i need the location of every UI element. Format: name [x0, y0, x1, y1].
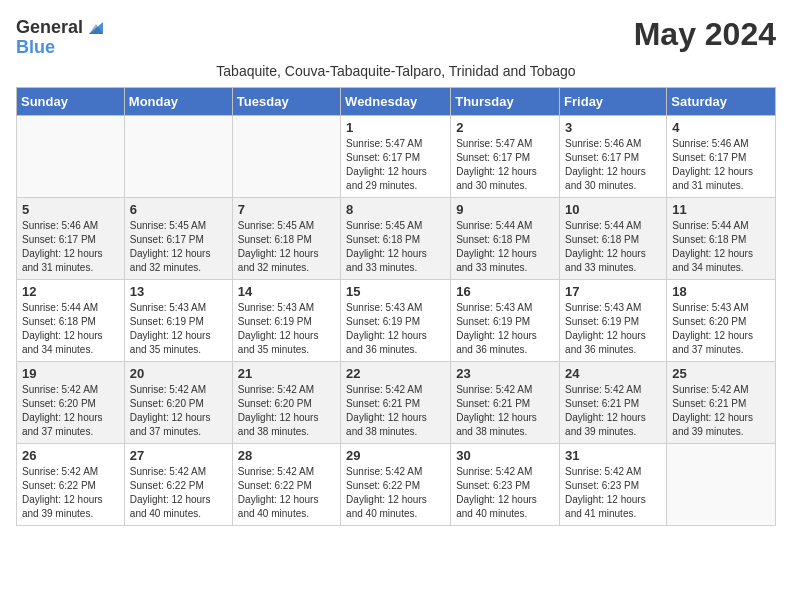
- calendar-cell: 24Sunrise: 5:42 AM Sunset: 6:21 PM Dayli…: [560, 362, 667, 444]
- calendar-cell: 30Sunrise: 5:42 AM Sunset: 6:23 PM Dayli…: [451, 444, 560, 526]
- calendar-cell: 11Sunrise: 5:44 AM Sunset: 6:18 PM Dayli…: [667, 198, 776, 280]
- calendar-cell: 17Sunrise: 5:43 AM Sunset: 6:19 PM Dayli…: [560, 280, 667, 362]
- day-number: 29: [346, 448, 445, 463]
- day-info: Sunrise: 5:43 AM Sunset: 6:19 PM Dayligh…: [130, 301, 227, 357]
- day-info: Sunrise: 5:42 AM Sunset: 6:21 PM Dayligh…: [456, 383, 554, 439]
- day-info: Sunrise: 5:44 AM Sunset: 6:18 PM Dayligh…: [22, 301, 119, 357]
- day-info: Sunrise: 5:42 AM Sunset: 6:20 PM Dayligh…: [22, 383, 119, 439]
- calendar-cell: [667, 444, 776, 526]
- calendar-cell: 28Sunrise: 5:42 AM Sunset: 6:22 PM Dayli…: [232, 444, 340, 526]
- day-info: Sunrise: 5:47 AM Sunset: 6:17 PM Dayligh…: [346, 137, 445, 193]
- day-number: 16: [456, 284, 554, 299]
- day-info: Sunrise: 5:42 AM Sunset: 6:21 PM Dayligh…: [565, 383, 661, 439]
- calendar-cell: 16Sunrise: 5:43 AM Sunset: 6:19 PM Dayli…: [451, 280, 560, 362]
- day-info: Sunrise: 5:44 AM Sunset: 6:18 PM Dayligh…: [456, 219, 554, 275]
- day-number: 30: [456, 448, 554, 463]
- day-header-wednesday: Wednesday: [341, 88, 451, 116]
- day-number: 5: [22, 202, 119, 217]
- day-number: 13: [130, 284, 227, 299]
- calendar-cell: [17, 116, 125, 198]
- day-info: Sunrise: 5:46 AM Sunset: 6:17 PM Dayligh…: [22, 219, 119, 275]
- day-info: Sunrise: 5:43 AM Sunset: 6:19 PM Dayligh…: [565, 301, 661, 357]
- month-title: May 2024: [634, 16, 776, 53]
- day-number: 6: [130, 202, 227, 217]
- day-info: Sunrise: 5:42 AM Sunset: 6:22 PM Dayligh…: [130, 465, 227, 521]
- day-number: 24: [565, 366, 661, 381]
- day-number: 17: [565, 284, 661, 299]
- calendar-cell: [232, 116, 340, 198]
- calendar-cell: 5Sunrise: 5:46 AM Sunset: 6:17 PM Daylig…: [17, 198, 125, 280]
- day-header-tuesday: Tuesday: [232, 88, 340, 116]
- day-number: 15: [346, 284, 445, 299]
- day-number: 12: [22, 284, 119, 299]
- day-header-thursday: Thursday: [451, 88, 560, 116]
- day-number: 26: [22, 448, 119, 463]
- calendar-cell: 6Sunrise: 5:45 AM Sunset: 6:17 PM Daylig…: [124, 198, 232, 280]
- page-header: General Blue May 2024: [16, 16, 776, 57]
- calendar-cell: 26Sunrise: 5:42 AM Sunset: 6:22 PM Dayli…: [17, 444, 125, 526]
- day-info: Sunrise: 5:42 AM Sunset: 6:23 PM Dayligh…: [565, 465, 661, 521]
- calendar-week-1: 1Sunrise: 5:47 AM Sunset: 6:17 PM Daylig…: [17, 116, 776, 198]
- calendar-cell: 4Sunrise: 5:46 AM Sunset: 6:17 PM Daylig…: [667, 116, 776, 198]
- day-number: 4: [672, 120, 770, 135]
- day-info: Sunrise: 5:42 AM Sunset: 6:22 PM Dayligh…: [238, 465, 335, 521]
- calendar-subtitle: Tabaquite, Couva-Tabaquite-Talparo, Trin…: [16, 63, 776, 79]
- calendar-cell: 29Sunrise: 5:42 AM Sunset: 6:22 PM Dayli…: [341, 444, 451, 526]
- calendar-week-5: 26Sunrise: 5:42 AM Sunset: 6:22 PM Dayli…: [17, 444, 776, 526]
- calendar-week-4: 19Sunrise: 5:42 AM Sunset: 6:20 PM Dayli…: [17, 362, 776, 444]
- day-number: 25: [672, 366, 770, 381]
- calendar-cell: 31Sunrise: 5:42 AM Sunset: 6:23 PM Dayli…: [560, 444, 667, 526]
- calendar-header-row: SundayMondayTuesdayWednesdayThursdayFrid…: [17, 88, 776, 116]
- calendar-cell: 10Sunrise: 5:44 AM Sunset: 6:18 PM Dayli…: [560, 198, 667, 280]
- day-info: Sunrise: 5:42 AM Sunset: 6:20 PM Dayligh…: [238, 383, 335, 439]
- calendar-cell: 18Sunrise: 5:43 AM Sunset: 6:20 PM Dayli…: [667, 280, 776, 362]
- day-info: Sunrise: 5:44 AM Sunset: 6:18 PM Dayligh…: [565, 219, 661, 275]
- day-number: 1: [346, 120, 445, 135]
- day-info: Sunrise: 5:42 AM Sunset: 6:21 PM Dayligh…: [346, 383, 445, 439]
- day-info: Sunrise: 5:46 AM Sunset: 6:17 PM Dayligh…: [672, 137, 770, 193]
- day-info: Sunrise: 5:43 AM Sunset: 6:19 PM Dayligh…: [238, 301, 335, 357]
- calendar-cell: 21Sunrise: 5:42 AM Sunset: 6:20 PM Dayli…: [232, 362, 340, 444]
- day-info: Sunrise: 5:43 AM Sunset: 6:20 PM Dayligh…: [672, 301, 770, 357]
- calendar-table: SundayMondayTuesdayWednesdayThursdayFrid…: [16, 87, 776, 526]
- calendar-cell: [124, 116, 232, 198]
- day-info: Sunrise: 5:45 AM Sunset: 6:18 PM Dayligh…: [346, 219, 445, 275]
- calendar-cell: 7Sunrise: 5:45 AM Sunset: 6:18 PM Daylig…: [232, 198, 340, 280]
- day-number: 23: [456, 366, 554, 381]
- calendar-cell: 3Sunrise: 5:46 AM Sunset: 6:17 PM Daylig…: [560, 116, 667, 198]
- logo-blue: Blue: [16, 37, 55, 57]
- day-info: Sunrise: 5:43 AM Sunset: 6:19 PM Dayligh…: [456, 301, 554, 357]
- day-info: Sunrise: 5:42 AM Sunset: 6:22 PM Dayligh…: [22, 465, 119, 521]
- day-info: Sunrise: 5:43 AM Sunset: 6:19 PM Dayligh…: [346, 301, 445, 357]
- day-number: 2: [456, 120, 554, 135]
- calendar-cell: 22Sunrise: 5:42 AM Sunset: 6:21 PM Dayli…: [341, 362, 451, 444]
- calendar-cell: 13Sunrise: 5:43 AM Sunset: 6:19 PM Dayli…: [124, 280, 232, 362]
- calendar-cell: 12Sunrise: 5:44 AM Sunset: 6:18 PM Dayli…: [17, 280, 125, 362]
- day-info: Sunrise: 5:45 AM Sunset: 6:17 PM Dayligh…: [130, 219, 227, 275]
- day-number: 11: [672, 202, 770, 217]
- day-number: 18: [672, 284, 770, 299]
- day-header-saturday: Saturday: [667, 88, 776, 116]
- day-number: 8: [346, 202, 445, 217]
- calendar-cell: 19Sunrise: 5:42 AM Sunset: 6:20 PM Dayli…: [17, 362, 125, 444]
- calendar-cell: 2Sunrise: 5:47 AM Sunset: 6:17 PM Daylig…: [451, 116, 560, 198]
- day-info: Sunrise: 5:42 AM Sunset: 6:20 PM Dayligh…: [130, 383, 227, 439]
- calendar-cell: 1Sunrise: 5:47 AM Sunset: 6:17 PM Daylig…: [341, 116, 451, 198]
- calendar-cell: 25Sunrise: 5:42 AM Sunset: 6:21 PM Dayli…: [667, 362, 776, 444]
- calendar-cell: 23Sunrise: 5:42 AM Sunset: 6:21 PM Dayli…: [451, 362, 560, 444]
- day-number: 31: [565, 448, 661, 463]
- calendar-cell: 27Sunrise: 5:42 AM Sunset: 6:22 PM Dayli…: [124, 444, 232, 526]
- calendar-cell: 8Sunrise: 5:45 AM Sunset: 6:18 PM Daylig…: [341, 198, 451, 280]
- day-header-sunday: Sunday: [17, 88, 125, 116]
- day-number: 9: [456, 202, 554, 217]
- logo-general: General: [16, 18, 83, 36]
- calendar-week-3: 12Sunrise: 5:44 AM Sunset: 6:18 PM Dayli…: [17, 280, 776, 362]
- day-header-friday: Friday: [560, 88, 667, 116]
- day-info: Sunrise: 5:44 AM Sunset: 6:18 PM Dayligh…: [672, 219, 770, 275]
- day-number: 14: [238, 284, 335, 299]
- day-number: 3: [565, 120, 661, 135]
- logo-icon: [85, 16, 107, 38]
- logo: General Blue: [16, 16, 107, 57]
- day-number: 7: [238, 202, 335, 217]
- day-number: 10: [565, 202, 661, 217]
